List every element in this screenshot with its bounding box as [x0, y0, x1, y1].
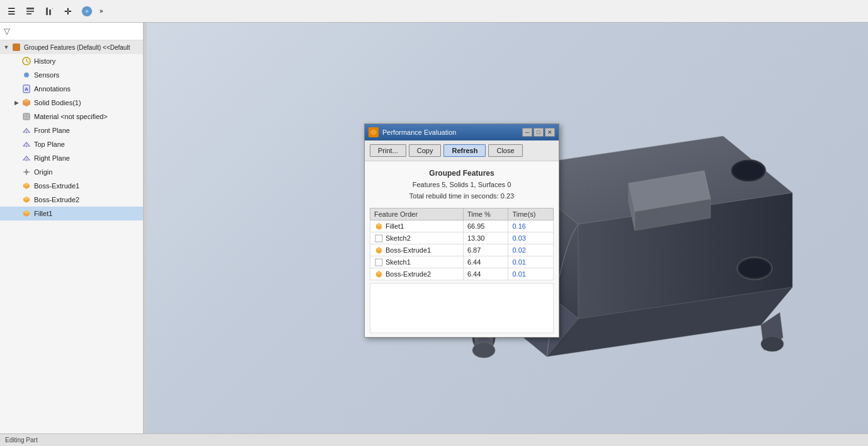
- sidebar-item-material[interactable]: Material <not specified>: [0, 110, 143, 123]
- dialog-window-controls: ─ □ ✕: [522, 128, 555, 137]
- top-plane-label: Top Plane: [34, 140, 65, 148]
- viewport[interactable]: Performance Evaluation ─ □ ✕ Print... Co…: [147, 23, 868, 433]
- print-button[interactable]: Print...: [370, 144, 406, 157]
- root-expander[interactable]: ▼: [3, 43, 10, 51]
- time-pct-cell: 13.30: [463, 232, 508, 244]
- dialog-close-button[interactable]: ✕: [545, 128, 555, 137]
- svg-point-14: [25, 74, 28, 76]
- svg-rect-5: [52, 8, 53, 9]
- feature-manager-tab[interactable]: ☰: [3, 3, 20, 20]
- solid-bodies-label: Solid Bodies(1): [34, 99, 81, 106]
- time-s-cell: 0.03: [508, 232, 554, 244]
- svg-rect-3: [46, 8, 48, 15]
- time-pct-cell: 6.44: [463, 268, 508, 280]
- sketch-row-icon: [374, 258, 383, 266]
- time-pct-cell: 6.44: [463, 256, 508, 268]
- boss-extrude2-label: Boss-Extrude2: [34, 196, 79, 203]
- statusbar: Editing Part: [0, 433, 868, 446]
- history-expander: [13, 57, 20, 65]
- tree-root[interactable]: ▼ Grouped Features (Default) <<Default: [0, 40, 143, 54]
- dialog-empty-area: [370, 283, 554, 333]
- copy-button[interactable]: Copy: [409, 144, 442, 157]
- main-area: ▽ ▼ Grouped Features (Default) <<Default: [0, 23, 868, 433]
- origin-icon: [21, 167, 31, 177]
- svg-point-59: [472, 343, 495, 358]
- dialog-titlebar[interactable]: Performance Evaluation ─ □ ✕: [365, 124, 559, 140]
- time-s-cell: 0.16: [508, 220, 554, 232]
- svg-rect-68: [375, 259, 382, 266]
- material-icon: [21, 112, 31, 122]
- time-s-cell: 0.01: [508, 256, 554, 268]
- close-dialog-button[interactable]: Close: [488, 144, 522, 157]
- sidebar-item-front-plane[interactable]: Front Plane: [0, 123, 143, 137]
- dialog-toolbar: Print... Copy Refresh Close: [365, 140, 559, 161]
- history-icon: [21, 56, 31, 66]
- top-plane-expander: [13, 140, 20, 148]
- toolbar-more[interactable]: »: [97, 5, 106, 17]
- grouped-features-title: Grouped Features: [370, 168, 554, 180]
- root-icon: [11, 42, 21, 52]
- top-plane-icon: [21, 139, 31, 149]
- fillet1-icon: [21, 209, 31, 219]
- performance-dialog[interactable]: Performance Evaluation ─ □ ✕ Print... Co…: [364, 123, 559, 338]
- sidebar-item-boss-extrude2[interactable]: Boss-Extrude2: [0, 193, 143, 207]
- svg-rect-4: [49, 9, 51, 15]
- sidebar-item-annotations[interactable]: A Annotations: [0, 82, 143, 96]
- svg-rect-0: [26, 8, 34, 9]
- sensors-expander: [13, 71, 20, 79]
- origin-expander: [13, 168, 20, 176]
- fillet-row-icon: [374, 222, 383, 231]
- col-time-pct: Time %: [463, 209, 508, 220]
- features-count-line: Features 5, Solids 1, Surfaces 0: [370, 180, 554, 191]
- filter-input[interactable]: [10, 28, 139, 35]
- feature-cell: Boss-Extrude2: [370, 268, 464, 280]
- resources-tab[interactable]: [78, 3, 96, 20]
- svg-rect-1: [26, 11, 34, 12]
- feature-name: Boss-Extrude1: [385, 246, 431, 254]
- sidebar-item-boss-extrude1[interactable]: Boss-Extrude1: [0, 179, 143, 193]
- boss-row-icon: [374, 270, 383, 278]
- col-feature-order: Feature Order: [370, 209, 464, 220]
- fillet1-label: Fillet1: [34, 210, 52, 217]
- boss-row-icon: [374, 246, 383, 254]
- right-plane-label: Right Plane: [34, 154, 70, 162]
- boss-extrude1-label: Boss-Extrude1: [34, 182, 79, 190]
- feature-cell: Fillet1: [370, 220, 464, 232]
- tree-area: ▼ Grouped Features (Default) <<Default H…: [0, 40, 143, 433]
- sidebar-item-history[interactable]: History: [0, 54, 143, 68]
- tree-root-label: Grouped Features (Default) <<Default: [24, 44, 130, 51]
- boss-extrude2-icon: [21, 195, 31, 205]
- col-time-s: Time(s): [508, 209, 554, 220]
- table-row: Fillet166.950.16: [370, 220, 554, 232]
- sensors-icon: [21, 70, 31, 80]
- boss-extrude1-expander: [13, 182, 20, 190]
- svg-rect-2: [26, 13, 31, 14]
- time-pct-cell: 66.95: [463, 220, 508, 232]
- refresh-button[interactable]: Refresh: [443, 144, 486, 157]
- sidebar-item-fillet1[interactable]: Fillet1: [0, 207, 143, 220]
- sidebar-item-origin[interactable]: Origin: [0, 165, 143, 179]
- dialog-maximize-button[interactable]: □: [534, 128, 544, 137]
- boss-extrude2-expander: [13, 196, 20, 203]
- sidebar: ▽ ▼ Grouped Features (Default) <<Default: [0, 23, 144, 433]
- feature-name: Fillet1: [385, 222, 404, 230]
- config-manager-tab[interactable]: [40, 3, 58, 20]
- svg-rect-9: [13, 43, 20, 51]
- solid-bodies-expander[interactable]: ▶: [13, 99, 20, 106]
- plus-tab[interactable]: ✛: [59, 3, 77, 20]
- feature-cell: Sketch2: [370, 232, 464, 244]
- dialog-minimize-button[interactable]: ─: [522, 128, 532, 137]
- sidebar-item-top-plane[interactable]: Top Plane: [0, 137, 143, 151]
- right-plane-expander: [13, 154, 20, 162]
- dialog-title-text: Performance Evaluation: [382, 129, 522, 136]
- sidebar-item-sensors[interactable]: Sensors: [0, 68, 143, 82]
- sidebar-item-solid-bodies[interactable]: ▶ Solid Bodies(1): [0, 96, 143, 110]
- history-label: History: [34, 57, 55, 65]
- front-plane-icon: [21, 125, 31, 135]
- property-manager-tab[interactable]: [21, 3, 39, 20]
- solid-bodies-icon: [21, 98, 31, 108]
- front-plane-label: Front Plane: [34, 127, 70, 134]
- filter-icon: ▽: [4, 26, 10, 36]
- sidebar-item-right-plane[interactable]: Right Plane: [0, 151, 143, 165]
- filter-bar: ▽: [0, 23, 143, 40]
